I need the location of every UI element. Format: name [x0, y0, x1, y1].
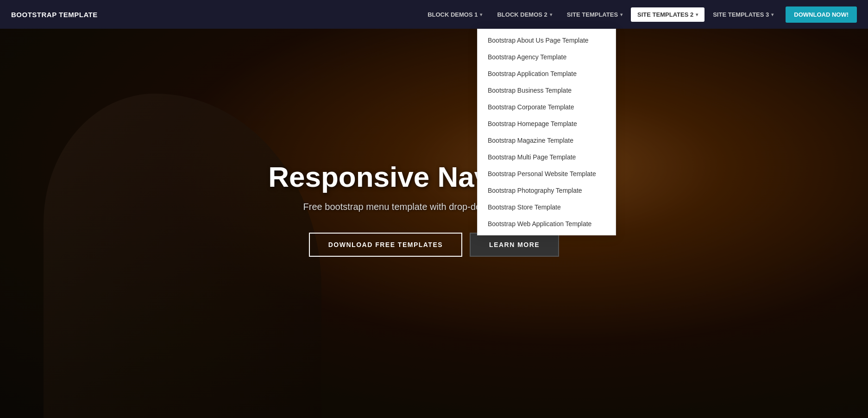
- dropdown-item-web-application[interactable]: Bootstrap Web Application Template: [478, 215, 616, 232]
- chevron-down-icon: ▾: [480, 12, 482, 17]
- dropdown-item-homepage[interactable]: Bootstrap Homepage Template: [478, 115, 616, 132]
- brand-logo[interactable]: BOOTSTRAP TEMPLATE: [11, 11, 98, 19]
- hero-section: Responsive Navbar Tem Free bootstrap men…: [0, 0, 868, 418]
- dropdown-item-multipage[interactable]: Bootstrap Multi Page Template: [478, 149, 616, 165]
- dropdown-item-application[interactable]: Bootstrap Application Template: [478, 65, 616, 82]
- chevron-down-icon: ▾: [550, 12, 552, 17]
- download-now-button[interactable]: DOWNLOAD NOW!: [786, 6, 857, 23]
- dropdown-item-photography[interactable]: Bootstrap Photography Template: [478, 182, 616, 199]
- hero-buttons: DOWNLOAD FREE TEMPLATES LEARN MORE: [309, 233, 559, 257]
- dropdown-item-business[interactable]: Bootstrap Business Template: [478, 82, 616, 99]
- dropdown-item-magazine[interactable]: Bootstrap Magazine Template: [478, 132, 616, 149]
- dropdown-item-agency[interactable]: Bootstrap Agency Template: [478, 49, 616, 65]
- nav-block-demos-2[interactable]: BLOCK DEMOS 2 ▾: [491, 7, 558, 22]
- nav-site-templates[interactable]: SITE TEMPLATES ▾: [560, 7, 629, 22]
- dropdown-item-corporate[interactable]: Bootstrap Corporate Template: [478, 99, 616, 115]
- nav-site-templates-2[interactable]: SITE TEMPLATES 2 ▾: [631, 7, 704, 22]
- navbar: BOOTSTRAP TEMPLATE BLOCK DEMOS 1 ▾ BLOCK…: [0, 0, 868, 29]
- dropdown-item-about-us[interactable]: Bootstrap About Us Page Template: [478, 32, 616, 49]
- site-templates-2-dropdown: Bootstrap About Us Page Template Bootstr…: [477, 29, 616, 235]
- nav-items: BLOCK DEMOS 1 ▾ BLOCK DEMOS 2 ▾ SITE TEM…: [421, 6, 857, 23]
- download-free-templates-button[interactable]: DOWNLOAD FREE TEMPLATES: [309, 233, 462, 257]
- nav-block-demos-1[interactable]: BLOCK DEMOS 1 ▾: [421, 7, 489, 22]
- dropdown-item-personal[interactable]: Bootstrap Personal Website Template: [478, 165, 616, 182]
- learn-more-button[interactable]: LEARN MORE: [470, 233, 559, 257]
- chevron-down-icon: ▾: [620, 12, 623, 17]
- chevron-down-icon: ▾: [696, 12, 698, 17]
- chevron-down-icon: ▾: [771, 12, 774, 17]
- dropdown-item-store[interactable]: Bootstrap Store Template: [478, 199, 616, 215]
- nav-site-templates-3[interactable]: SITE TEMPLATES 3 ▾: [706, 7, 780, 22]
